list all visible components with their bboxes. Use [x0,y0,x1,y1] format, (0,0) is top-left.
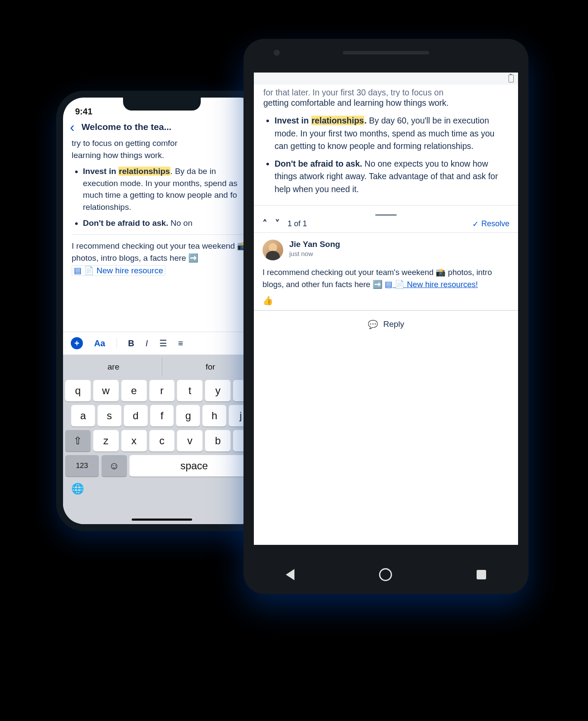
doc-paragraph: getting comfortable and learning how thi… [263,97,509,109]
key-h[interactable]: h [202,405,226,427]
comment-timestamp: just now [289,250,340,257]
link-text: 📄 New hire resources! [395,280,478,289]
recents-nav-button[interactable] [477,570,486,579]
android-nav-bar [243,555,528,594]
next-comment-button[interactable]: ˅ [275,218,280,230]
key-q[interactable]: q [65,380,91,402]
comment-panel: ˄ ˅ 1 of 1 ✓ Resolve Jie Yan Song just n… [254,205,518,338]
keyboard-suggestions: are for [65,357,259,376]
resolve-label: Resolve [481,219,509,228]
key-y[interactable]: y [205,380,231,402]
emoji-key[interactable]: ☺ [101,455,127,477]
link-text: 📄 New hire resource [84,266,163,275]
status-time: 9:41 [75,107,92,117]
iphone-notch [123,98,201,111]
document-icon: ▤ [385,280,392,289]
document-body[interactable]: for that later. In your first 30 days, t… [254,85,518,205]
comment-panel-header: ˄ ˅ 1 of 1 ✓ Resolve [254,216,518,232]
divider [117,338,117,348]
divider [72,234,252,235]
text-bold: Invest in [83,167,118,176]
key-g[interactable]: g [176,405,200,427]
key-w[interactable]: w [93,380,119,402]
suggestion[interactable]: are [65,357,162,376]
iphone-device: 9:41 ‹ Welcome to the tea... ✎ try to fo… [56,91,268,531]
comment-link[interactable]: ▤ 📄 New hire resources! [385,280,478,289]
key-t[interactable]: t [177,380,202,402]
android-hardware-top [243,51,528,54]
key-r[interactable]: r [149,380,175,402]
bold-button[interactable]: B [128,338,134,348]
like-button[interactable]: 👍 [262,296,273,305]
document-body[interactable]: try to focus on getting comfor learning … [63,137,261,277]
recommendation-paragraph: I recommend checking out your tea weeken… [72,240,252,277]
comment: Jie Yan Song just now [254,233,518,263]
text: No on [168,218,193,228]
drag-handle[interactable] [254,206,518,216]
android-status-bar [254,73,518,85]
comment-author: Jie Yan Song [289,240,340,249]
key-f[interactable]: f [150,405,174,427]
format-toolbar: + Aa B I ☰ ≡ [63,332,261,355]
home-indicator[interactable] [132,519,192,521]
home-nav-button[interactable] [379,568,392,581]
key-v[interactable]: v [177,430,202,452]
key-d[interactable]: d [124,405,148,427]
camera-icon [274,50,280,56]
numbered-list-button[interactable]: ≡ [178,338,183,348]
doc-link-chip[interactable]: ▤ 📄 New hire resource [72,265,165,276]
text: try to focus on getting comfor [72,139,177,148]
key-z[interactable]: z [93,430,119,452]
ios-keyboard: are for q w e r t y u a s d f g [63,355,261,524]
bullet-item: Don't be afraid to ask. No one expects y… [275,158,509,196]
ios-navbar: ‹ Welcome to the tea... ✎ [63,117,261,137]
key-x[interactable]: x [121,430,147,452]
avatar[interactable] [262,240,283,260]
key-s[interactable]: s [98,405,121,427]
bullet-item: Don't be afraid to ask. No on [83,217,252,229]
speaker-icon [343,51,429,54]
document-icon: ▤ [74,266,82,275]
text-bold: Don't be afraid to ask. [275,159,362,168]
check-icon: ✓ [472,219,479,229]
android-device: for that later. In your first 30 days, t… [243,39,528,594]
reply-label: Reply [383,319,405,329]
battery-icon [509,75,514,82]
key-a[interactable]: a [71,405,95,427]
key-e[interactable]: e [121,380,147,402]
page-title: Welcome to the tea... [80,122,241,132]
back-button[interactable]: ‹ [70,120,75,134]
reply-bar[interactable]: 💬 Reply [254,310,518,338]
android-screen: for that later. In your first 30 days, t… [254,73,518,545]
prev-comment-button[interactable]: ˄ [262,218,267,230]
bullet-list-button[interactable]: ☰ [159,338,167,348]
back-nav-button[interactable] [286,569,294,580]
numbers-key[interactable]: 123 [65,455,99,477]
italic-button[interactable]: I [145,338,148,348]
comment-body: I recommend checking out your team's wee… [254,263,518,294]
text: learning how things work. [72,151,164,160]
highlighted-text: relationships [311,116,364,125]
doc-paragraph: try to focus on getting comfor learning … [72,137,252,161]
reaction-row: 👍 [254,294,518,310]
highlighted-text: relationships [118,167,170,176]
bullet-item: Invest in relationships. By da be in exe… [83,165,252,213]
key-c[interactable]: c [149,430,175,452]
key-b[interactable]: b [205,430,231,452]
reply-icon: 💬 [368,319,378,329]
shift-key[interactable]: ⇧ [65,430,91,452]
cutoff-text: for that later. In your first 30 days, t… [263,86,509,97]
text-bold: Invest in [275,116,311,125]
iphone-screen: 9:41 ‹ Welcome to the tea... ✎ try to fo… [63,98,261,524]
text-bold: Don't be afraid to ask. [83,218,168,228]
text-style-button[interactable]: Aa [94,338,105,348]
insert-button[interactable]: + [71,337,83,349]
comment-counter: 1 of 1 [288,219,307,228]
bullet-item: Invest in relationships. By day 60, you'… [275,114,509,152]
resolve-button[interactable]: ✓ Resolve [472,219,509,229]
globe-key[interactable]: 🌐 [65,480,259,495]
space-key[interactable]: space [130,455,259,477]
text: I recommend checking out your tea weeken… [72,241,247,263]
